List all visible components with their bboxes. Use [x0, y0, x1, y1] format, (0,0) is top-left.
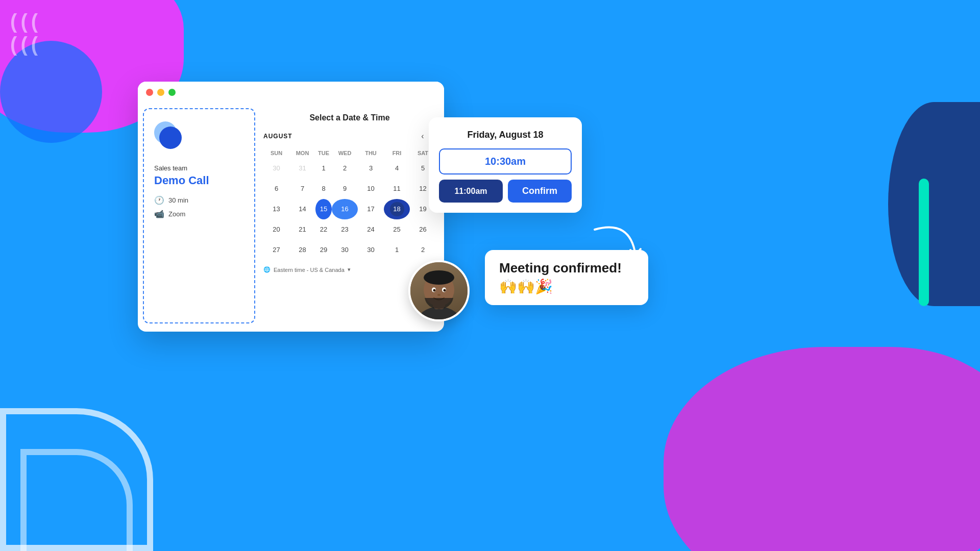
day-wed: WED [332, 148, 358, 158]
browser-titlebar [138, 82, 444, 103]
schedule-sidebar: Sales team Demo Call 🕐 30 min 📹 Zoom [143, 108, 255, 323]
blob-purple-bottom-right [664, 347, 980, 551]
cal-day[interactable]: 11 [384, 179, 410, 199]
cal-day[interactable]: 23 [332, 219, 358, 240]
day-sun: SUN [263, 148, 289, 158]
calendar-header: Select a Date & Time [263, 113, 436, 122]
cal-day[interactable]: 21 [289, 219, 315, 240]
day-fri: FRI [384, 148, 410, 158]
decorative-dots: ( ( (( ( ( [10, 10, 37, 56]
month-nav: AUGUST ‹ › [263, 131, 436, 142]
face-svg [410, 262, 468, 319]
svg-point-9 [437, 294, 440, 296]
calendar-row: 30 31 1 2 3 4 5 [263, 158, 436, 179]
confirmed-card: Meeting confirmed! 🙌🙌🎉 [485, 250, 648, 305]
alternate-time-button[interactable]: 11:00am [439, 180, 503, 203]
blob-white-bottom-left2 [20, 449, 133, 551]
cal-day[interactable]: 2 [332, 158, 358, 179]
cal-day[interactable]: 6 [263, 179, 289, 199]
person-avatar-inner [410, 262, 468, 319]
day-thu: THU [358, 148, 384, 158]
blob-blue-left [0, 41, 102, 143]
cal-day[interactable]: 27 [263, 240, 289, 260]
svg-point-4 [426, 271, 452, 281]
prev-month-button[interactable]: ‹ [418, 131, 427, 142]
cal-day[interactable]: 24 [358, 219, 384, 240]
confirm-button[interactable]: Confirm [508, 180, 572, 203]
calendar-row: 20 21 22 23 24 25 26 [263, 219, 436, 240]
svg-point-7 [433, 289, 436, 292]
confirmed-text: Meeting confirmed! [499, 260, 634, 276]
timezone-label: Eastern time - US & Canada [274, 267, 345, 273]
svg-point-8 [444, 289, 446, 292]
cal-day-selected-blue[interactable]: 16 [332, 199, 358, 219]
cal-day[interactable]: 10 [358, 179, 384, 199]
cal-day[interactable]: 22 [315, 219, 332, 240]
cal-day[interactable]: 29 [315, 240, 332, 260]
time-actions: 11:00am Confirm [439, 180, 572, 203]
duration-label: 30 min [168, 196, 188, 204]
cal-day[interactable]: 26 [410, 219, 436, 240]
cal-day[interactable]: 2 [410, 240, 436, 260]
avatar-circle-blue [159, 127, 182, 149]
blob-white-bottom-left [0, 408, 153, 551]
timezone-chevron[interactable]: ▾ [348, 266, 351, 273]
cal-day[interactable]: 1 [384, 240, 410, 260]
cal-day[interactable]: 4 [384, 158, 410, 179]
platform-row: 📹 Zoom [154, 209, 244, 219]
confirmed-emoji: 🙌🙌🎉 [499, 278, 634, 295]
calendar-row: 6 7 8 9 10 11 12 [263, 179, 436, 199]
person-avatar [408, 260, 470, 321]
cal-day[interactable]: 20 [263, 219, 289, 240]
cal-day[interactable]: 9 [332, 179, 358, 199]
cal-day[interactable]: 25 [384, 219, 410, 240]
calendar-row: 13 14 15 16 17 18 19 [263, 199, 436, 219]
browser-window: Sales team Demo Call 🕐 30 min 📹 Zoom Sel… [138, 82, 444, 332]
cal-day[interactable]: 31 [289, 158, 315, 179]
dot-yellow[interactable] [157, 89, 164, 96]
globe-icon: 🌐 [263, 266, 271, 273]
cal-day-selected-dark[interactable]: 18 [384, 199, 410, 219]
cal-day[interactable]: 28 [289, 240, 315, 260]
blob-teal-right [919, 179, 929, 306]
month-label: AUGUST [263, 133, 418, 140]
team-name: Sales team [154, 164, 244, 172]
day-tue: TUE [315, 148, 332, 158]
cal-day[interactable]: 30 [358, 240, 384, 260]
platform-label: Zoom [168, 210, 185, 218]
call-title: Demo Call [154, 174, 244, 187]
days-header-row: SUN MON TUE WED THU FRI SAT [263, 148, 436, 158]
cal-day[interactable]: 7 [289, 179, 315, 199]
dot-red[interactable] [146, 89, 153, 96]
duration-row: 🕐 30 min [154, 195, 244, 205]
calendar-row: 27 28 29 30 30 1 2 [263, 240, 436, 260]
dot-green[interactable] [168, 89, 176, 96]
cal-day[interactable]: 8 [315, 179, 332, 199]
time-panel: Friday, August 18 10:30am 11:00am Confir… [429, 117, 582, 213]
browser-content: Sales team Demo Call 🕐 30 min 📹 Zoom Sel… [138, 103, 444, 329]
time-panel-date: Friday, August 18 [439, 130, 572, 140]
cal-day[interactable]: 1 [315, 158, 332, 179]
clock-icon: 🕐 [154, 195, 164, 205]
zoom-icon: 📹 [154, 209, 164, 219]
blob-dark-right [888, 102, 980, 306]
cal-day[interactable]: 17 [358, 199, 384, 219]
day-mon: MON [289, 148, 315, 158]
cal-day-today[interactable]: 15 [315, 199, 332, 219]
avatar-logo [154, 121, 187, 154]
cal-day[interactable]: 14 [289, 199, 315, 219]
cal-day[interactable]: 30 [332, 240, 358, 260]
calendar-grid: SUN MON TUE WED THU FRI SAT 30 31 1 2 [263, 148, 436, 260]
cal-day[interactable]: 30 [263, 158, 289, 179]
cal-day[interactable]: 13 [263, 199, 289, 219]
time-slot-selected[interactable]: 10:30am [439, 148, 572, 174]
cal-day[interactable]: 3 [358, 158, 384, 179]
